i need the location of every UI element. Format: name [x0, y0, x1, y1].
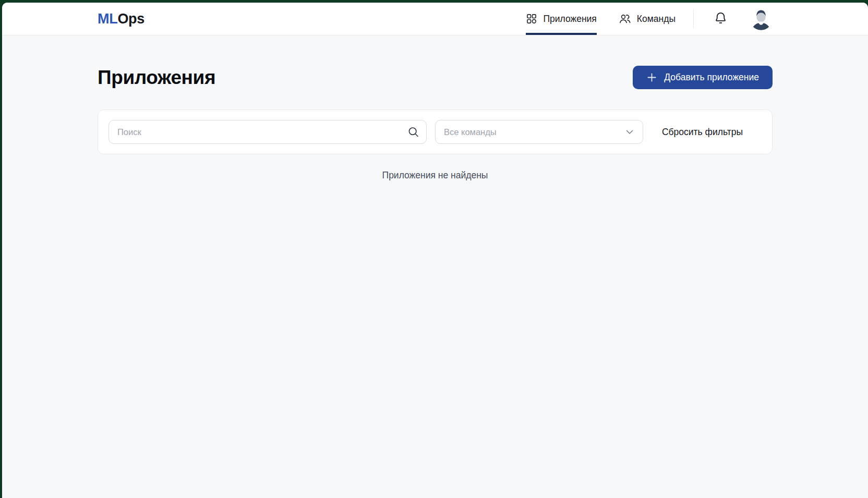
- app-window: MLOps Приложения: [2, 3, 868, 498]
- grid-icon: [526, 13, 537, 25]
- chevron-down-icon: [624, 126, 635, 138]
- logo-part-ops: Ops: [117, 11, 144, 27]
- empty-state-message: Приложения не найдены: [98, 170, 773, 181]
- search-field-wrap: [108, 120, 427, 144]
- title-row: Приложения Добавить приложение: [98, 66, 773, 89]
- page-title: Приложения: [98, 67, 215, 89]
- filters-panel: Все команды Сбросить фильтры: [98, 110, 773, 154]
- team-filter-value: Все команды: [444, 127, 497, 137]
- main-content: Приложения Добавить приложение: [98, 35, 773, 181]
- add-application-label: Добавить приложение: [664, 72, 759, 83]
- reset-filters-button[interactable]: Сбросить фильтры: [660, 124, 745, 141]
- nav-tab-applications-label: Приложения: [543, 14, 596, 25]
- reset-filters-wrap: Сбросить фильтры: [643, 124, 762, 141]
- user-avatar[interactable]: [750, 7, 773, 30]
- notifications-button[interactable]: [712, 9, 730, 29]
- users-icon: [619, 13, 631, 25]
- nav-tab-teams-label: Команды: [637, 14, 676, 25]
- logo-part-ml: ML: [98, 11, 117, 27]
- header-divider: [693, 9, 694, 28]
- plus-icon: [646, 72, 657, 83]
- team-filter-select[interactable]: Все команды: [435, 120, 643, 144]
- add-application-button[interactable]: Добавить приложение: [633, 66, 773, 89]
- main-nav: Приложения Команды: [526, 3, 676, 35]
- nav-tab-applications[interactable]: Приложения: [526, 3, 596, 35]
- top-navbar: MLOps Приложения: [2, 3, 868, 35]
- bell-icon: [714, 11, 728, 27]
- mlops-logo[interactable]: MLOps: [98, 11, 144, 27]
- search-input[interactable]: [108, 120, 427, 144]
- nav-tab-teams[interactable]: Команды: [619, 3, 676, 35]
